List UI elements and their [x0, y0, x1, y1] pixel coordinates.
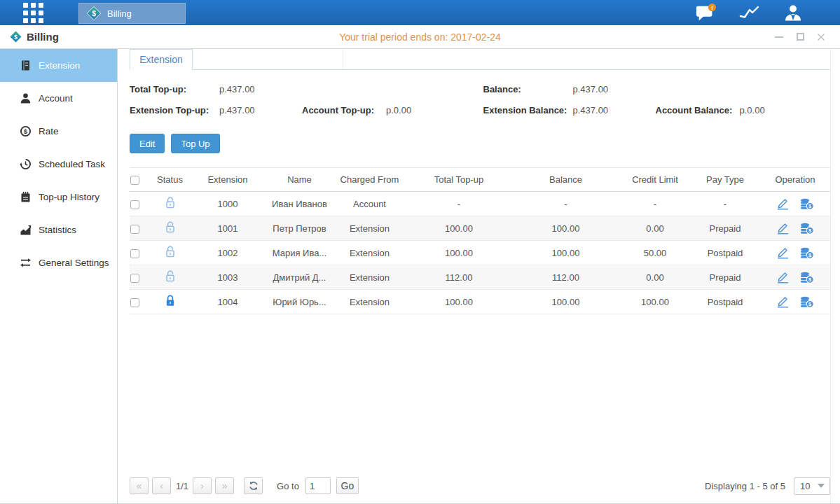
status-locked-icon[interactable]	[165, 294, 176, 307]
cell-pay-type: Prepaid	[690, 216, 760, 241]
displaying-text: Displaying 1 - 5 of 5	[705, 481, 785, 491]
transfer-arrows-icon	[20, 257, 32, 269]
cell-name: Дмитрий Д...	[266, 265, 333, 290]
col-pay-type: Pay Type	[690, 168, 760, 192]
sidebar-item-extension[interactable]: Extension	[0, 49, 117, 82]
billing-app-window: $ Billing !	[0, 0, 840, 504]
svg-text:$: $	[92, 10, 96, 18]
cell-balance: 100.00	[511, 241, 620, 265]
cell-credit-limit: 0.00	[620, 216, 690, 241]
notification-badge: !	[711, 4, 713, 11]
last-page-button[interactable]: »	[215, 477, 234, 494]
col-balance: Balance	[511, 168, 620, 192]
sidebar-item-statistics[interactable]: Statistics	[0, 214, 117, 246]
status-unlocked-icon[interactable]	[165, 220, 176, 234]
cell-pay-type: Postpaid	[690, 241, 760, 265]
next-page-button[interactable]: ›	[193, 477, 212, 494]
close-icon[interactable]	[816, 32, 826, 42]
select-all-checkbox[interactable]	[130, 176, 139, 185]
prev-page-button[interactable]: ‹	[152, 477, 171, 494]
tabstrip: Extension	[130, 49, 830, 70]
sidebar-item-account[interactable]: Account	[0, 82, 117, 115]
status-unlocked-icon[interactable]	[165, 270, 176, 283]
topup-extension-icon[interactable]: $	[799, 247, 814, 259]
balance-label: Balance:	[483, 84, 573, 94]
app-launcher-icon[interactable]	[23, 3, 43, 23]
summary-right: Balance: p.437.00 Extension Balance: p.4…	[477, 84, 831, 115]
cell-name: Петр Петров	[266, 216, 333, 241]
cell-extension: 1002	[189, 241, 266, 265]
app-body: Extension Account $ Rate Scheduled Task	[0, 49, 840, 503]
billing-diamond-icon: $	[86, 6, 102, 21]
sidebar-item-label: Statistics	[39, 225, 76, 235]
notebook-icon	[20, 191, 32, 203]
cell-pay-type: Postpaid	[690, 290, 760, 314]
total-topup-value: p.437.00	[219, 84, 302, 94]
goto-page-input[interactable]	[305, 477, 331, 494]
extension-balance-value: p.437.00	[573, 105, 656, 115]
cell-extension: 1001	[189, 216, 266, 241]
row-checkbox[interactable]	[130, 298, 139, 307]
sidebar-item-general-settings[interactable]: General Settings	[0, 246, 117, 279]
go-button[interactable]: Go	[336, 477, 359, 494]
status-unlocked-icon[interactable]	[165, 196, 176, 209]
edit-extension-icon[interactable]	[776, 198, 790, 210]
ledger-icon	[20, 59, 32, 71]
page-size-value: 10	[800, 481, 810, 491]
edit-button[interactable]: Edit	[130, 134, 165, 153]
total-topup-label: Total Top-up:	[130, 84, 219, 94]
edit-extension-icon[interactable]	[776, 223, 790, 234]
cell-extension: 1003	[189, 265, 266, 290]
summary-panel: Total Top-up: p.437.00 Extension Top-up:…	[130, 84, 830, 115]
sidebar-item-rate[interactable]: $ Rate	[0, 115, 117, 148]
resource-monitor-icon[interactable]	[739, 3, 760, 22]
cell-credit-limit: 0.00	[620, 265, 690, 290]
account-topup-value: p.0.00	[386, 105, 477, 115]
sidebar-item-label: Rate	[39, 126, 59, 136]
edit-extension-icon[interactable]	[776, 296, 790, 308]
chevron-down-icon	[818, 484, 825, 488]
topup-extension-icon[interactable]: $	[799, 272, 814, 284]
row-checkbox[interactable]	[130, 249, 139, 258]
pagination-bar: « ‹ 1/1 › » Go to Go Displaying	[130, 472, 830, 500]
refresh-icon	[249, 481, 259, 491]
tab-extension[interactable]: Extension	[130, 49, 193, 70]
user-account-icon[interactable]	[783, 3, 804, 22]
svg-text:$: $	[24, 127, 28, 135]
topbar-tab-billing[interactable]: $ Billing	[78, 3, 186, 24]
status-unlocked-icon[interactable]	[165, 245, 176, 258]
cell-balance: -	[511, 192, 620, 216]
page-size-select[interactable]: 10	[794, 477, 830, 495]
billing-diamond-icon: $	[10, 31, 22, 43]
minimize-icon[interactable]	[774, 32, 784, 42]
cell-charged-from: Account	[333, 192, 406, 216]
row-checkbox[interactable]	[130, 200, 139, 209]
table-header-row: Status Extension Name Charged From Total…	[130, 168, 830, 192]
topup-extension-icon[interactable]: $	[799, 223, 814, 234]
refresh-button[interactable]	[244, 477, 263, 494]
maximize-icon[interactable]	[795, 32, 805, 42]
sidebar-item-topup-history[interactable]: Top-up History	[0, 181, 117, 214]
first-page-button[interactable]: «	[130, 477, 149, 494]
messages-icon[interactable]: !	[696, 3, 717, 22]
main-content: Extension Total Top-up: p.437.00 Extensi…	[118, 49, 840, 503]
top-up-button[interactable]: Top Up	[171, 134, 219, 153]
window-controls	[774, 32, 830, 42]
topup-extension-icon[interactable]: $	[799, 198, 814, 210]
table-row: 1001Петр ПетровExtension100.00100.000.00…	[130, 216, 830, 241]
topup-extension-icon[interactable]: $	[799, 296, 814, 308]
edit-extension-icon[interactable]	[776, 272, 790, 284]
balance-value: p.437.00	[573, 84, 656, 94]
cell-total-topup: 100.00	[406, 290, 511, 314]
extension-topup-value: p.437.00	[219, 105, 302, 115]
account-balance-value: p.0.00	[740, 105, 831, 115]
cell-name: Мария Ива...	[266, 241, 333, 265]
cell-pay-type: -	[690, 192, 760, 216]
edit-extension-icon[interactable]	[776, 247, 790, 259]
sidebar-item-label: General Settings	[39, 258, 109, 268]
row-checkbox[interactable]	[130, 274, 139, 283]
row-checkbox[interactable]	[130, 225, 139, 234]
cell-total-topup: -	[406, 192, 511, 216]
cell-total-topup: 112.00	[406, 265, 511, 290]
sidebar-item-scheduled-task[interactable]: Scheduled Task	[0, 148, 117, 181]
